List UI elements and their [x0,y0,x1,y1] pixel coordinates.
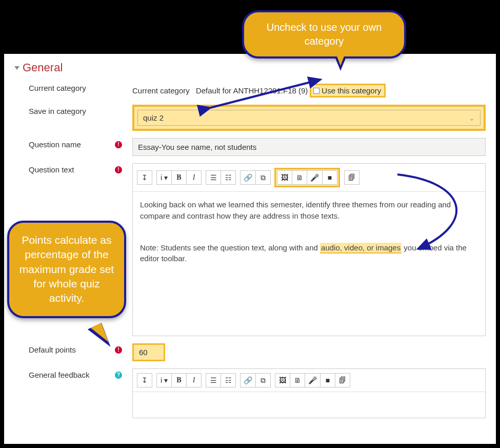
toolbar-bold-button[interactable]: B [171,373,187,387]
toolbar-embed-button[interactable]: 🗐 [344,170,359,185]
current-category-prefix: Current category [132,86,190,95]
general-feedback-editor: ↧ i ▾ B I ☰ ☷ 🔗 ⧉ 🖼 [132,368,486,418]
required-icon: ! [115,141,122,148]
label-question-name: Question name ! [14,138,132,149]
help-icon[interactable]: ? [115,372,122,379]
label-general-feedback: General feedback ? [14,368,132,379]
callout-category: Uncheck to use your own category [242,10,406,59]
section-title: General [23,61,63,74]
general-feedback-area[interactable] [133,392,485,418]
toolbar-ol-button[interactable]: ☷ [221,170,236,185]
toolbar-bold-button[interactable]: B [171,170,187,185]
callout-points: Points calculate as percentage of the ma… [7,221,126,318]
callout-tail [335,52,346,66]
row-question-name: Question name ! Essay-You see name, not … [14,138,486,156]
highlighted-span: audio, video, or images [320,243,402,254]
collapse-caret-icon [14,66,19,70]
annotation-arrow [395,172,487,254]
toolbar-link-button[interactable]: 🔗 [240,170,256,185]
toolbar-image-button[interactable]: 🖼 [275,373,290,387]
row-default-points: Default points ! 60 [14,343,486,361]
toolbar-italic-button[interactable]: I [186,373,202,387]
toolbar-unlink-button[interactable]: ⧉ [255,170,271,185]
required-icon: ! [115,166,122,173]
select-value: quiz 2 [143,113,164,122]
toolbar-unlink-button[interactable]: ⧉ [255,373,271,387]
editor-toolbar: ↧ i ▾ B I ☰ ☷ 🔗 ⧉ 🖼 [133,369,485,392]
toolbar-file-button[interactable]: 🗎 [292,170,307,185]
toolbar-expand-button[interactable]: ↧ [137,373,152,387]
question-name-input[interactable]: Essay-You see name, not students [132,138,486,156]
toolbar-ul-button[interactable]: ☰ [206,373,221,387]
required-icon: ! [115,346,122,354]
callout-text: Uncheck to use your own category [267,22,382,47]
toolbar-italic-button[interactable]: I [186,170,202,185]
toolbar-file-button[interactable]: 🗎 [290,373,305,387]
toolbar-expand-button[interactable]: ↧ [137,170,152,185]
toolbar-link-button[interactable]: 🔗 [240,373,256,387]
label-default-points: Default points ! [14,343,132,354]
label-question-text: Question text ! [14,163,132,174]
toolbar-video-button[interactable]: ■ [320,373,335,387]
toolbar-video-button[interactable]: ■ [322,170,337,185]
toolbar-audio-button[interactable]: 🎤 [307,170,323,185]
annotation-arrow [205,72,333,113]
toolbar-image-button[interactable]: 🖼 [277,170,292,185]
default-points-input[interactable]: 60 [132,343,165,361]
callout-text: Points calculate as percentage of the ma… [19,234,114,304]
toolbar-audio-button[interactable]: 🎤 [305,373,321,387]
label-current-category: Current category [14,82,132,92]
label-save-in-category: Save in category [14,105,132,115]
toolbar-info-button[interactable]: i ▾ [156,373,172,387]
row-general-feedback: General feedback ? ↧ i ▾ B I ☰ ☷ [14,368,486,418]
chevron-down-icon: ⌄ [469,114,475,122]
toolbar-info-button[interactable]: i ▾ [156,170,172,185]
toolbar-ol-button[interactable]: ☷ [221,373,236,387]
toolbar-ul-button[interactable]: ☰ [206,170,221,185]
media-tools-highlight: 🖼 🗎 🎤 ■ [274,168,340,187]
toolbar-embed-button[interactable]: 🗐 [335,373,350,387]
